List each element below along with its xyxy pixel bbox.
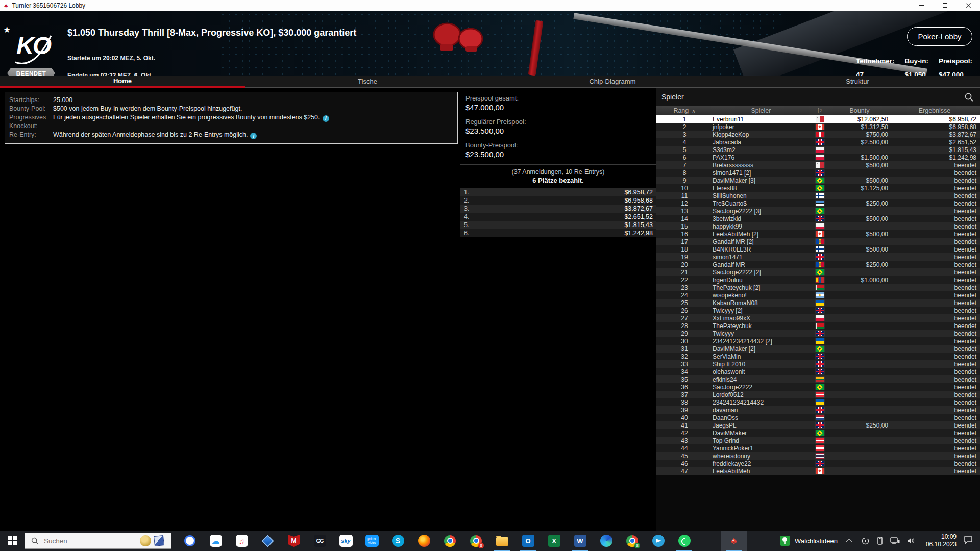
column-results[interactable]: Ergebnisse <box>889 107 980 114</box>
table-row[interactable]: 30234241234214432 [2]beendet <box>656 337 980 345</box>
table-row[interactable]: 31DaviMMaker [2]beendet <box>656 345 980 353</box>
search-input[interactable] <box>44 537 120 545</box>
table-row[interactable]: 1Everbrun11$12.062,50$6.958,72 <box>656 115 980 123</box>
taskbar-app-signal[interactable] <box>177 531 203 551</box>
taskbar-app-file-explorer[interactable] <box>489 531 515 551</box>
taskbar-app-dia[interactable] <box>255 531 281 551</box>
watchlist-icon[interactable] <box>780 536 790 546</box>
search-icon[interactable] <box>964 92 974 102</box>
table-row[interactable]: 6PAX176$1.500,00$1.242,98 <box>656 154 980 161</box>
search-highlight-medal-icon[interactable] <box>140 535 151 546</box>
taskbar-search[interactable] <box>24 533 172 549</box>
table-row[interactable]: 28ThePateychukbeendet <box>656 322 980 330</box>
taskbar-app-word[interactable]: W <box>567 531 593 551</box>
table-row[interactable]: 29Twicyyybeendet <box>656 330 980 337</box>
taskbar-app-prime-video[interactable]: prime video <box>359 531 385 551</box>
chevron-up-icon[interactable] <box>846 539 852 545</box>
taskbar-app-icloud[interactable]: ☁ <box>203 531 229 551</box>
taskbar-app-edge[interactable] <box>593 531 619 551</box>
table-row[interactable]: 34olehaswonitbeendet <box>656 368 980 375</box>
table-row[interactable]: 32SerVlaMinbeendet <box>656 353 980 360</box>
table-row[interactable]: 43Top Grindbeendet <box>656 437 980 444</box>
table-row[interactable]: 33Ship It 2010beendet <box>656 360 980 368</box>
taskbar-app-firefox[interactable] <box>411 531 437 551</box>
tray-network-icon[interactable] <box>890 537 900 545</box>
taskbar-app-pokerstars[interactable]: ♠ <box>721 531 747 551</box>
taskbar-app-chrome-g[interactable]: S <box>619 531 645 551</box>
taskbar-app-mcafee[interactable]: M <box>281 531 307 551</box>
info-icon[interactable]: i <box>323 115 329 122</box>
table-row[interactable]: 22IrgenDuluu$1.000,00beendet <box>656 276 980 284</box>
table-row[interactable]: 36SaoJorge2222beendet <box>656 383 980 391</box>
tab-struktur[interactable]: Struktur <box>735 76 980 88</box>
table-row[interactable]: 5S3d3m2$1.815,43 <box>656 146 980 154</box>
taskbar-app-chrome-s[interactable]: S <box>463 531 489 551</box>
action-center-icon[interactable] <box>964 536 973 546</box>
table-row[interactable]: 35efkinis24beendet <box>656 375 980 383</box>
tray-volume-icon[interactable] <box>907 537 916 545</box>
table-row[interactable]: 46freddiekaye22beendet <box>656 460 980 467</box>
favorite-star-icon[interactable]: ★ <box>3 24 11 35</box>
table-row[interactable]: 18B4NKR0LL3R$500,00beendet <box>656 245 980 253</box>
table-row[interactable]: 27XxLimao99xXbeendet <box>656 314 980 322</box>
close-button[interactable] <box>957 0 980 11</box>
table-row[interactable]: 2jnfpoker$1.312,50$6.958,68 <box>656 123 980 131</box>
column-bounty[interactable]: Bounty <box>830 107 889 114</box>
table-row[interactable]: 15happykk99beendet <box>656 222 980 230</box>
taskbar-app-gg[interactable]: GG <box>307 531 333 551</box>
tab-chip-diagramm[interactable]: Chip-Diagramm <box>490 76 735 88</box>
search-highlight-box-icon[interactable] <box>154 535 164 546</box>
table-row[interactable]: 26Twicyyy [2]beendet <box>656 307 980 314</box>
taskbar-app-skype[interactable]: S <box>385 531 411 551</box>
column-flag flag-icon[interactable]: ⚐ <box>810 107 830 114</box>
table-row[interactable]: 7Brelarssssssss$500,00beendet <box>656 161 980 169</box>
restore-button[interactable] <box>933 0 957 11</box>
table-row[interactable]: 12Tre$Cuarto$$250,00beendet <box>656 199 980 207</box>
table-row[interactable]: 44YannickPoker1beendet <box>656 444 980 452</box>
tab-tische[interactable]: Tische <box>245 76 490 88</box>
table-row[interactable]: 37Lordof0512beendet <box>656 391 980 398</box>
taskbar-app-telegram[interactable] <box>645 531 671 551</box>
table-row[interactable]: 17Gandalf MR [2]beendet <box>656 238 980 245</box>
player-name: Twicyyy [2] <box>713 307 810 314</box>
table-row[interactable]: 13SaoJorge2222 [3]beendet <box>656 207 980 215</box>
taskbar-app-chrome[interactable] <box>437 531 463 551</box>
column-player[interactable]: Spieler <box>713 107 810 114</box>
table-row[interactable]: 23ThePateychuk [2]beendet <box>656 284 980 291</box>
table-row[interactable]: 20Gandalf MR$250,00beendet <box>656 261 980 268</box>
taskbar-app-outlook[interactable]: O <box>515 531 541 551</box>
table-row[interactable]: 42DaviMMakerbeendet <box>656 429 980 437</box>
table-row[interactable]: 40DaanOssbeendet <box>656 414 980 421</box>
table-row[interactable]: 39davamanbeendet <box>656 406 980 414</box>
taskbar-app-apple-music[interactable]: ♫ <box>229 531 255 551</box>
table-row[interactable]: 25KabanRomaN08beendet <box>656 299 980 307</box>
watchlist-label[interactable]: Watchlistideen <box>795 537 838 545</box>
taskbar-clock[interactable]: 10:09 06.10.2023 <box>926 533 957 548</box>
table-row[interactable]: 45whereisdonnybeendet <box>656 452 980 460</box>
taskbar-app-excel[interactable]: X <box>541 531 567 551</box>
table-row[interactable]: 143betwizkid$500,00beendet <box>656 215 980 222</box>
tray-sync-icon[interactable] <box>861 537 870 545</box>
table-row[interactable]: 8simon1471 [2]beendet <box>656 169 980 177</box>
taskbar-app-sky[interactable]: sky <box>333 531 359 551</box>
table-row[interactable]: 3Klopp4zeKop$750,00$3.872,67 <box>656 131 980 138</box>
poker-lobby-button[interactable]: Poker-Lobby <box>907 27 972 46</box>
table-row[interactable]: 21SaoJorge2222 [2]beendet <box>656 268 980 276</box>
table-row[interactable]: 19simon1471beendet <box>656 253 980 261</box>
table-row[interactable]: 4Jabracada$2.500,00$2.651,52 <box>656 138 980 146</box>
taskbar-app-whatsapp[interactable] <box>671 531 697 551</box>
column-rank[interactable]: Rang∧ <box>656 107 713 114</box>
table-row[interactable]: 9DaviMMaker [3]$500,00beendet <box>656 177 980 184</box>
tab-home[interactable]: Home <box>0 76 245 88</box>
start-button[interactable] <box>0 531 24 551</box>
table-row[interactable]: 10Eleres88$1.125,00beendet <box>656 184 980 192</box>
table-row[interactable]: 47FeelsAbitMehbeendet <box>656 467 980 475</box>
table-row[interactable]: 11SiiliSuhonenbeendet <box>656 192 980 199</box>
tray-usb-icon[interactable] <box>877 537 883 545</box>
info-icon[interactable]: i <box>250 133 257 139</box>
table-row[interactable]: 16FeelsAbitMeh [2]$500,00beendet <box>656 230 980 238</box>
minimize-button[interactable] <box>910 0 933 11</box>
table-row[interactable]: 38234241234214432beendet <box>656 398 980 406</box>
table-row[interactable]: 24wisopekeño!beendet <box>656 291 980 299</box>
table-row[interactable]: 41JaegsPL$250,00beendet <box>656 421 980 429</box>
